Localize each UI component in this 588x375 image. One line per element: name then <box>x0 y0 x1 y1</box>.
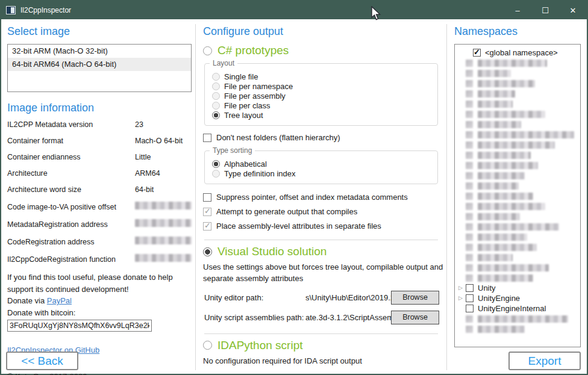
image-information-table: IL2CPP Metadata version23Container forma… <box>7 120 192 264</box>
namespace-row-redacted[interactable] <box>455 324 580 334</box>
namespace-row-redacted[interactable] <box>455 129 580 140</box>
info-row: Container formatMach-O 64-bit <box>7 137 192 145</box>
namespace-row-redacted[interactable] <box>455 68 580 78</box>
csharp-prototypes-radio[interactable] <box>203 46 212 55</box>
namespace-row-redacted[interactable] <box>455 242 580 252</box>
radio-button[interactable] <box>212 82 220 90</box>
visual-studio-option[interactable]: Visual Studio solution <box>203 245 439 258</box>
flatten-hierarchy-option[interactable]: Don't nest folders (flatten hierarchy) <box>203 133 439 142</box>
unity-script-path-value[interactable]: ate.3d-3.1.2\ScriptAssemblies <box>305 313 391 322</box>
redacted-namespace-name <box>478 101 513 108</box>
redacted-namespace-name <box>478 152 531 159</box>
compilable-output-checkbox[interactable] <box>203 208 211 216</box>
namespace-row-redacted[interactable] <box>455 262 580 273</box>
type-sorting-groupbox-label: Type sorting <box>210 146 255 155</box>
radio-option[interactable]: Tree layout <box>212 110 431 120</box>
redacted-checkbox <box>466 111 473 118</box>
redacted-namespace-name <box>478 111 545 118</box>
radio-button[interactable] <box>212 102 220 110</box>
radio-option[interactable]: Type definition index <box>212 169 431 178</box>
idapython-option[interactable]: IDAPython script <box>203 339 439 352</box>
namespace-row-redacted[interactable] <box>455 232 580 242</box>
unity-editor-path-value[interactable]: s\Unity\Hub\Editor\2019.2.8f1 <box>305 293 391 302</box>
namespace-row[interactable]: <global namespace> <box>455 48 580 58</box>
redacted-namespace-name <box>478 254 513 261</box>
redacted-namespace-name <box>478 172 525 179</box>
window-title: Il2CppInspector <box>20 6 71 14</box>
separate-attributes-checkbox[interactable] <box>203 222 211 231</box>
radio-button[interactable] <box>212 92 220 100</box>
namespace-row-redacted[interactable] <box>455 160 580 170</box>
visual-studio-description: Uses the settings above but forces tree … <box>203 262 445 285</box>
info-value: 23 <box>135 120 192 129</box>
namespace-checkbox[interactable] <box>466 284 474 292</box>
idapython-radio[interactable] <box>203 341 212 350</box>
namespace-row-redacted[interactable] <box>455 109 580 119</box>
namespace-row-redacted[interactable] <box>455 99 580 109</box>
namespace-row-redacted[interactable] <box>455 119 580 129</box>
separate-attributes-option[interactable]: Place assembly-level attributes in separ… <box>203 222 439 231</box>
paypal-link[interactable]: PayPal <box>47 296 72 305</box>
radio-button[interactable] <box>212 111 220 119</box>
minimize-button[interactable]: – <box>504 1 531 19</box>
redacted-namespace-name <box>478 274 533 282</box>
radio-option[interactable]: Single file <box>212 72 431 81</box>
namespace-row[interactable]: ▷UnityEngine <box>455 293 580 303</box>
namespace-row-redacted[interactable] <box>455 222 580 232</box>
namespace-row-redacted[interactable] <box>455 201 580 211</box>
back-button[interactable]: << Back <box>6 352 78 370</box>
radio-button[interactable] <box>212 73 220 81</box>
redacted-namespace-name <box>478 141 555 149</box>
configure-output-panel: Configure output C# prototypes Layout Si… <box>196 19 446 374</box>
maximize-button[interactable]: ☐ <box>531 1 559 19</box>
namespace-checkbox[interactable] <box>473 49 481 57</box>
radio-option[interactable]: File per namespace <box>212 81 431 91</box>
redacted-checkbox <box>466 80 473 87</box>
namespace-row-redacted[interactable] <box>455 211 580 222</box>
namespace-row-redacted[interactable] <box>455 181 580 191</box>
image-list-item[interactable]: 32-bit ARM (Mach-O 32-bit) <box>8 45 191 58</box>
redacted-checkbox <box>466 254 473 261</box>
csharp-prototypes-option[interactable]: C# prototypes <box>203 44 439 57</box>
suppress-comments-option[interactable]: Suppress pointer, offset and index metad… <box>203 193 439 202</box>
info-value: 64-bit <box>135 185 192 194</box>
bitcoin-address-input[interactable] <box>7 320 152 332</box>
namespace-row-redacted[interactable] <box>455 88 580 99</box>
namespace-row-redacted[interactable] <box>455 58 580 68</box>
redacted-checkbox <box>466 244 473 251</box>
app-window: Il2CppInspector – ☐ ✕ Select image 32-bi… <box>0 0 588 375</box>
namespace-checkbox[interactable] <box>466 305 474 312</box>
namespace-row-redacted[interactable] <box>455 252 580 262</box>
radio-option[interactable]: File per assembly <box>212 91 431 101</box>
compilable-output-option[interactable]: Attempt to generate output that compiles <box>203 207 439 216</box>
copyright-text: © Katy Coe 2017-2020 <box>7 371 192 375</box>
expander-icon[interactable]: ▷ <box>458 296 466 301</box>
info-label: Architecture <box>7 169 135 178</box>
radio-button[interactable] <box>212 170 220 178</box>
flatten-hierarchy-checkbox[interactable] <box>203 134 211 142</box>
namespace-row-redacted[interactable] <box>455 78 580 88</box>
radio-button[interactable] <box>212 160 220 168</box>
image-listbox[interactable]: 32-bit ARM (Mach-O 32-bit)64-bit ARM64 (… <box>7 44 192 92</box>
close-button[interactable]: ✕ <box>559 1 587 19</box>
radio-option[interactable]: Alphabetical <box>212 159 431 169</box>
namespaces-listbox[interactable]: <global namespace>▷Unity▷UnityEngineUnit… <box>454 44 581 347</box>
namespace-row-redacted[interactable] <box>455 150 580 160</box>
namespace-row[interactable]: UnityEngineInternal <box>455 303 580 314</box>
namespace-row-redacted[interactable] <box>455 191 580 201</box>
suppress-comments-checkbox[interactable] <box>203 193 211 202</box>
unity-script-browse-button[interactable]: Browse <box>391 311 439 324</box>
namespace-row-redacted[interactable] <box>455 170 580 181</box>
image-list-item[interactable]: 64-bit ARM64 (Mach-O 64-bit) <box>8 58 191 71</box>
namespace-checkbox[interactable] <box>466 294 474 302</box>
unity-editor-browse-button[interactable]: Browse <box>391 291 439 305</box>
namespace-row-redacted[interactable] <box>455 140 580 150</box>
namespace-row-redacted[interactable] <box>455 273 580 283</box>
expander-icon[interactable]: ▷ <box>458 285 466 291</box>
namespace-row[interactable]: ▷Unity <box>455 283 580 293</box>
visual-studio-radio[interactable] <box>203 247 212 256</box>
radio-option[interactable]: File per class <box>212 101 431 110</box>
redacted-checkbox <box>466 172 473 179</box>
export-button[interactable]: Export <box>508 352 581 370</box>
namespace-row-redacted[interactable] <box>455 314 580 324</box>
